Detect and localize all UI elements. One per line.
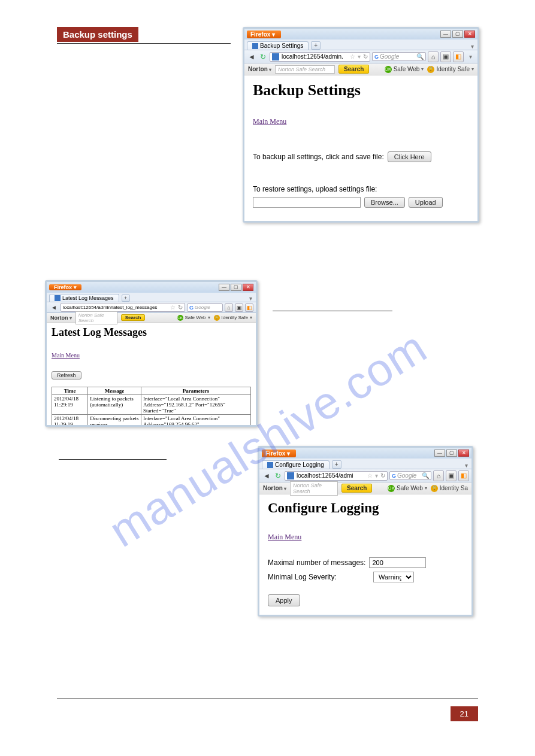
back-button[interactable]: ◄	[262, 471, 271, 481]
safeweb-indicator[interactable]: OKSafe Web ▾	[177, 315, 210, 321]
identity-safe-indicator[interactable]: 🔒Identity Safe ▾	[214, 315, 252, 321]
click-here-button[interactable]: Click Here	[388, 151, 431, 162]
main-menu-link[interactable]: Main Menu	[268, 533, 301, 541]
identity-safe-indicator[interactable]: 🔒Identity Sa	[431, 485, 468, 492]
norton-search-input[interactable]: Norton Safe Search	[75, 311, 117, 324]
upload-button[interactable]: Upload	[409, 197, 443, 208]
feed-button[interactable]: ◧	[453, 51, 464, 62]
log-window: Firefox ▾ — ▢ ✕ Latest Log Messages + ▾ …	[45, 280, 258, 427]
identity-lock-icon: 🔒	[431, 485, 438, 492]
norton-search-input[interactable]: Norton Safe Search	[275, 65, 335, 74]
back-button[interactable]: ◄	[247, 52, 256, 62]
maximize-button[interactable]: ▢	[446, 450, 457, 457]
max-messages-label: Maximal number of messages:	[268, 558, 365, 567]
apply-button[interactable]: Apply	[268, 594, 300, 606]
go-reload-icon[interactable]: ↻	[380, 472, 385, 479]
restore-file-input[interactable]	[253, 197, 361, 208]
new-tab-button[interactable]: +	[311, 41, 321, 50]
firefox-menu-button[interactable]: Firefox ▾	[262, 450, 296, 457]
url-field[interactable]: localhost:12654/admin. ☆ ▾ ↻	[270, 52, 370, 62]
firefox-menu-button[interactable]: Firefox ▾	[49, 284, 81, 290]
browse-button[interactable]: Browse...	[364, 197, 405, 208]
norton-logo[interactable]: Norton ▾	[248, 66, 271, 72]
norton-logo[interactable]: Norton ▾	[50, 315, 72, 321]
bookmarks-button[interactable]: ▣	[446, 470, 457, 481]
norton-toolbar: Norton ▾ Norton Safe Search Search OKSaf…	[244, 63, 477, 75]
home-button[interactable]: ⌂	[433, 470, 444, 481]
toolbar-overflow-icon[interactable]: ▾	[466, 52, 475, 62]
minimize-button[interactable]: —	[219, 284, 229, 291]
feed-button[interactable]: ◧	[458, 470, 469, 481]
norton-search-input[interactable]: Norton Safe Search	[290, 481, 338, 496]
bookmark-star-icon[interactable]: ☆	[350, 53, 355, 60]
safeweb-ok-icon: OK	[385, 66, 392, 73]
new-tab-button[interactable]: +	[332, 460, 341, 469]
dropdown-history-icon[interactable]: ▾	[358, 53, 361, 60]
firefox-menu-button[interactable]: Firefox ▾	[247, 31, 281, 38]
norton-logo[interactable]: Norton ▾	[263, 485, 286, 491]
tab-list-dropdown-icon[interactable]: ▾	[465, 462, 471, 469]
tab-bar: Backup Settings + ▾	[244, 40, 477, 50]
page-content-log: Latest Log Messages Main Menu Refresh Ti…	[47, 323, 256, 427]
url-field[interactable]: localhost:12654/admi ☆ ▾ ↻	[285, 471, 388, 481]
identity-safe-indicator[interactable]: 🔒Identity Safe ▾	[427, 66, 474, 73]
config-window: Firefox ▾ — ▢ ✕ Configure Logging + ▾ ◄ …	[258, 446, 473, 617]
maximize-button[interactable]: ▢	[231, 284, 241, 291]
bookmarks-button[interactable]: ▣	[440, 51, 451, 62]
go-reload-icon[interactable]: ↻	[363, 53, 368, 60]
max-messages-input[interactable]	[369, 557, 426, 568]
google-icon: G	[189, 305, 194, 311]
window-titlebar: Firefox ▾ — ▢ ✕	[47, 282, 256, 293]
browser-search-box[interactable]: G Google 🔍	[389, 471, 431, 480]
minimize-button[interactable]: —	[440, 31, 451, 38]
norton-search-button[interactable]: Search	[121, 314, 146, 321]
restore-label: To restore settings, upload settings fil…	[253, 185, 377, 193]
maximize-button[interactable]: ▢	[452, 31, 463, 38]
tab-bar: Configure Logging + ▾	[259, 459, 471, 469]
reload-button[interactable]: ↻	[258, 52, 268, 62]
identity-lock-icon: 🔒	[427, 66, 434, 73]
reload-button[interactable]: ↻	[273, 471, 283, 481]
bookmark-star-icon[interactable]: ☆	[170, 304, 176, 311]
bookmarks-button[interactable]: ▣	[235, 303, 243, 312]
search-glass-icon[interactable]: 🔍	[422, 472, 429, 479]
backup-label: To backup all settings, click and save f…	[253, 153, 384, 161]
tab-title: Backup Settings	[260, 42, 303, 49]
main-menu-link[interactable]: Main Menu	[253, 117, 286, 126]
bookmark-star-icon[interactable]: ☆	[367, 472, 373, 479]
safeweb-ok-icon: OK	[177, 315, 183, 321]
browser-search-box[interactable]: G Google 🔍	[372, 52, 426, 61]
dropdown-history-icon[interactable]: ▾	[375, 472, 378, 479]
close-button[interactable]: ✕	[243, 284, 253, 291]
close-button[interactable]: ✕	[458, 450, 469, 457]
url-text: localhost:12654/admin.	[282, 53, 343, 60]
page-title: Latest Log Messages	[52, 326, 251, 339]
new-tab-button[interactable]: +	[122, 294, 130, 302]
browser-search-box[interactable]: G Google	[187, 303, 223, 312]
close-button[interactable]: ✕	[464, 31, 475, 38]
back-button[interactable]: ◄	[49, 303, 59, 312]
main-menu-link[interactable]: Main Menu	[52, 352, 80, 359]
safeweb-indicator[interactable]: OKSafe Web ▾	[385, 66, 424, 73]
min-severity-select[interactable]: Warning	[373, 572, 414, 582]
tab-favicon-icon	[252, 43, 258, 49]
safeweb-indicator[interactable]: OKSafe Web ▾	[388, 485, 427, 492]
home-button[interactable]: ⌂	[225, 303, 233, 312]
tab-list-dropdown-icon[interactable]: ▾	[249, 295, 256, 302]
norton-search-button[interactable]: Search	[341, 484, 372, 493]
tab-bar: Latest Log Messages + ▾	[47, 293, 256, 302]
go-reload-icon[interactable]: ↻	[178, 304, 183, 311]
url-text: localhost:12654/admi	[297, 472, 353, 479]
refresh-button[interactable]: Refresh	[52, 371, 81, 379]
tab-log[interactable]: Latest Log Messages	[49, 294, 119, 302]
search-glass-icon[interactable]: 🔍	[416, 53, 424, 60]
tab-config[interactable]: Configure Logging	[262, 460, 330, 469]
home-button[interactable]: ⌂	[428, 51, 439, 62]
page-content-config: Configure Logging Main Menu Maximal numb…	[259, 494, 471, 612]
tab-list-dropdown-icon[interactable]: ▾	[471, 43, 477, 50]
tab-backup[interactable]: Backup Settings	[247, 41, 309, 50]
minimize-button[interactable]: —	[434, 450, 445, 457]
norton-search-button[interactable]: Search	[338, 65, 369, 74]
feed-button[interactable]: ◧	[245, 303, 253, 312]
log-heading-underline	[273, 311, 392, 311]
